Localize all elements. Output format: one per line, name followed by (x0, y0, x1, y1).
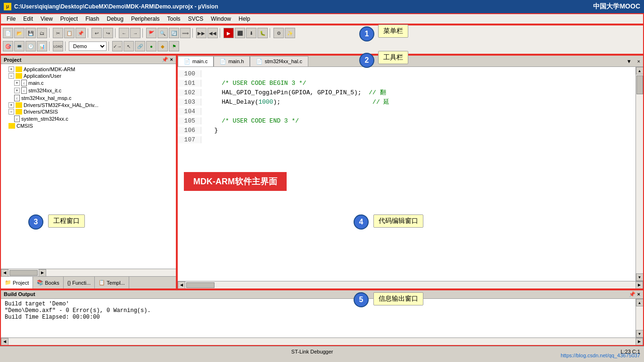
tb-bookmark[interactable]: 🚩 (146, 28, 157, 38)
tb-redo[interactable]: ↪ (103, 28, 113, 38)
code-panel-close[interactable]: × (635, 58, 643, 65)
expand-drivers-cmsis[interactable]: − (8, 109, 14, 115)
code-scroll-thumb[interactable] (636, 75, 643, 94)
code-text-101: /* USER CODE BEGIN 3 */ (201, 80, 306, 87)
code-tab-mainc[interactable]: 📄 main.c (178, 56, 214, 66)
proj-tab-templ[interactable]: 📋 Templ... (95, 277, 129, 288)
tb-clock[interactable]: 🕐 (25, 41, 36, 51)
tb-green[interactable]: ● (146, 41, 157, 51)
tb-target[interactable]: 🎯 (3, 41, 13, 51)
code-tab-hal-icon: 📄 (256, 58, 263, 65)
menu-help[interactable]: Help (235, 15, 254, 23)
menu-project[interactable]: Project (57, 15, 82, 23)
proj-scroll-left[interactable]: ◀ (1, 269, 8, 277)
menu-view[interactable]: View (37, 15, 57, 23)
tb-sep7 (270, 28, 272, 38)
tb-find[interactable]: 🔍 (157, 28, 168, 38)
tree-item-drivers-cmsis[interactable]: − Drivers/CMSIS (1, 108, 176, 115)
code-hscroll-thumb[interactable] (186, 282, 215, 288)
expand-drivers-hal[interactable]: + (8, 102, 14, 108)
tb-indent[interactable]: ⟹ (180, 28, 190, 38)
code-text-105: /* USER CODE END 3 */ (201, 117, 299, 124)
code-tab-hal[interactable]: 📄 stm32f4xx_hal.c (250, 56, 308, 66)
tb-new[interactable]: 📄 (3, 28, 13, 38)
code-scroll-up[interactable]: ▲ (636, 67, 644, 74)
tb-saveall[interactable]: 🗂 (37, 28, 47, 38)
build-scroll-right[interactable]: ▶ (636, 338, 643, 346)
tree-item-msp[interactable]: c stm32f4xx_hal_msp.c (1, 94, 176, 102)
tb-cut[interactable]: ✂ (53, 28, 63, 38)
tb-link[interactable]: 🔗 (135, 41, 145, 51)
build-pin-icon[interactable]: 📌 (629, 291, 636, 297)
expand-itc[interactable]: + (14, 88, 20, 93)
tree-item-mainc[interactable]: + c main.c (1, 79, 176, 87)
expand-appmdk[interactable]: + (8, 66, 14, 72)
proj-scroll-right[interactable]: ▶ (39, 269, 46, 277)
file-icon-mainc: c (21, 80, 27, 86)
file-icon-itc: c (21, 87, 27, 94)
build-scroll-up[interactable]: ▲ (636, 299, 644, 306)
tb-copy[interactable]: 📋 (64, 28, 74, 38)
proj-hscroll-thumb[interactable] (9, 270, 38, 276)
tree-item-itc[interactable]: + c stm32f4xx_it.c (1, 87, 176, 94)
tb-open[interactable]: 📂 (14, 28, 25, 38)
menu-svcs[interactable]: SVCS (184, 15, 207, 23)
tb-back[interactable]: ← (119, 28, 129, 38)
tree-item-sysfile[interactable]: c system_stm32f4xx.c (1, 115, 176, 123)
anno-label-menubar: 菜单栏 (378, 25, 408, 38)
tab-arrow-down[interactable]: ▼ (624, 58, 635, 65)
tree-item-drivers-hal[interactable]: + Drivers/STM32F4xx_HAL_Driv... (1, 102, 176, 108)
tb-undo[interactable]: ↩ (91, 28, 102, 38)
expand-mainc[interactable]: + (14, 80, 20, 86)
tb-yellow[interactable]: ◆ (157, 41, 168, 51)
tb-download[interactable]: ⬇ (246, 28, 256, 38)
code-tab-mainh[interactable]: 📄 main.h (214, 56, 250, 66)
menu-file[interactable]: File (3, 15, 19, 23)
tree-item-appmdk[interactable]: + Application/MDK-ARM (1, 66, 176, 73)
target-dropdown[interactable]: Demo (69, 41, 107, 51)
file-icon-msp: c (14, 95, 20, 101)
status-bar: ST-Link Debugger L:23 C:1 (0, 346, 644, 356)
tb-magic[interactable]: ✨ (285, 28, 295, 38)
proj-tab-project[interactable]: 📁 Project (1, 277, 33, 288)
tree-label-appmdk: Application/MDK-ARM (24, 66, 75, 72)
tb-cursor[interactable]: ↖ (124, 41, 134, 51)
tb-load[interactable]: LOAD (53, 41, 63, 51)
tb-arrow-check[interactable]: ✓→ (112, 41, 123, 51)
tb-stop[interactable]: ⬛ (235, 28, 245, 38)
tb-cpu[interactable]: 💻 (14, 41, 25, 51)
build-scroll-left[interactable]: ◀ (1, 338, 8, 346)
tb-debug[interactable]: 🐛 (257, 28, 268, 38)
menu-debug[interactable]: Debug (103, 15, 127, 23)
code-scroll-down[interactable]: ▼ (636, 273, 644, 281)
tb-indent-less[interactable]: ◀◀ (207, 28, 218, 38)
project-close-icon[interactable]: × (170, 57, 173, 63)
menu-flash[interactable]: Flash (82, 15, 103, 23)
build-scroll-down[interactable]: ▼ (636, 330, 644, 337)
proj-tab-books-label: Books (45, 280, 59, 286)
tree-item-cmsis[interactable]: CMSIS (1, 123, 176, 129)
tb-indent-more[interactable]: ▶▶ (196, 28, 206, 38)
build-close-icon[interactable]: × (637, 291, 640, 297)
project-pin-icon[interactable]: 📌 (162, 57, 168, 63)
tb-flag[interactable]: ⚑ (169, 41, 179, 51)
tree-item-appuser[interactable]: − Application/User (1, 73, 176, 79)
tb-fwd[interactable]: → (130, 28, 140, 38)
proj-tab-functi[interactable]: {} Functi... (64, 277, 95, 288)
tb-chip[interactable]: 📊 (37, 41, 47, 51)
menu-window[interactable]: Window (207, 15, 235, 23)
menu-edit[interactable]: Edit (19, 15, 37, 23)
tb-build[interactable]: ▶ (223, 28, 234, 38)
code-scroll-right[interactable]: ▶ (636, 281, 643, 289)
tb-paste[interactable]: 📌 (75, 28, 86, 38)
line-num-103: 103 (178, 99, 201, 106)
expand-appuser[interactable]: − (8, 73, 14, 79)
mooc-logo: 中国大学MOOC (593, 2, 640, 11)
menu-peripherals[interactable]: Peripherals (127, 15, 164, 23)
tb-save[interactable]: 💾 (25, 28, 36, 38)
tb-replace[interactable]: 🔄 (169, 28, 179, 38)
proj-tab-books[interactable]: 📚 Books (33, 277, 64, 288)
code-scroll-left[interactable]: ◀ (178, 281, 185, 289)
tb-options[interactable]: ⚙ (273, 28, 284, 38)
menu-tools[interactable]: Tools (164, 15, 184, 23)
